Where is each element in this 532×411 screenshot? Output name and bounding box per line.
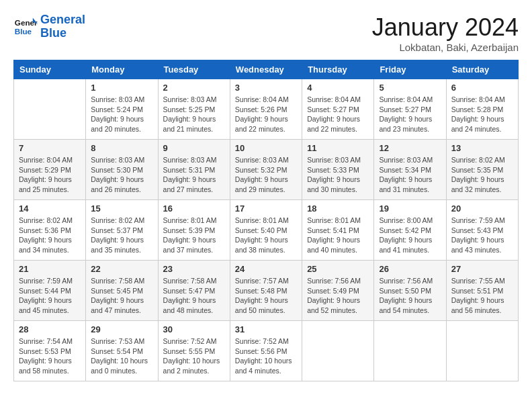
day-info: Sunrise: 8:03 AMSunset: 5:25 PMDaylight:… xyxy=(163,95,225,134)
day-info: Sunrise: 7:55 AMSunset: 5:51 PMDaylight:… xyxy=(451,276,513,316)
day-info: Sunrise: 8:03 AMSunset: 5:34 PMDaylight:… xyxy=(379,155,441,195)
calendar-cell: 24Sunrise: 7:57 AMSunset: 5:48 PMDayligh… xyxy=(230,261,302,321)
title-section: January 2024 Lokbatan, Baki, Azerbaijan xyxy=(372,13,519,53)
location: Lokbatan, Baki, Azerbaijan xyxy=(372,42,519,53)
page-header: General Blue GeneralBlue January 2024 Lo… xyxy=(13,13,519,53)
day-info: Sunrise: 8:02 AMSunset: 5:36 PMDaylight:… xyxy=(19,216,81,255)
calendar-cell: 1Sunrise: 8:03 AMSunset: 5:24 PMDaylight… xyxy=(86,79,158,140)
calendar-cell: 15Sunrise: 8:02 AMSunset: 5:37 PMDayligh… xyxy=(86,200,158,261)
calendar-cell: 6Sunrise: 8:04 AMSunset: 5:28 PMDaylight… xyxy=(446,79,518,140)
day-number: 8 xyxy=(91,143,152,153)
day-info: Sunrise: 7:58 AMSunset: 5:47 PMDaylight:… xyxy=(163,276,225,316)
calendar-cell: 27Sunrise: 7:55 AMSunset: 5:51 PMDayligh… xyxy=(446,261,518,321)
day-number: 3 xyxy=(235,83,297,93)
calendar-cell: 16Sunrise: 8:01 AMSunset: 5:39 PMDayligh… xyxy=(158,200,230,261)
calendar-cell: 5Sunrise: 8:04 AMSunset: 5:27 PMDaylight… xyxy=(374,79,446,140)
calendar-cell: 23Sunrise: 7:58 AMSunset: 5:47 PMDayligh… xyxy=(158,261,230,321)
day-number: 11 xyxy=(307,143,369,153)
calendar-cell: 28Sunrise: 7:54 AMSunset: 5:53 PMDayligh… xyxy=(14,321,86,381)
day-info: Sunrise: 7:54 AMSunset: 5:53 PMDaylight:… xyxy=(19,336,81,376)
calendar-cell: 9Sunrise: 8:03 AMSunset: 5:31 PMDaylight… xyxy=(158,140,230,200)
day-info: Sunrise: 7:58 AMSunset: 5:45 PMDaylight:… xyxy=(91,276,152,316)
day-info: Sunrise: 8:03 AMSunset: 5:24 PMDaylight:… xyxy=(91,95,152,134)
day-info: Sunrise: 8:01 AMSunset: 5:40 PMDaylight:… xyxy=(235,216,297,255)
weekday-header-wednesday: Wednesday xyxy=(230,60,302,79)
weekday-header-row: SundayMondayTuesdayWednesdayThursdayFrid… xyxy=(14,60,519,79)
day-number: 7 xyxy=(19,143,81,153)
calendar-cell: 25Sunrise: 7:56 AMSunset: 5:49 PMDayligh… xyxy=(302,261,374,321)
logo-text: GeneralBlue xyxy=(40,13,85,40)
day-info: Sunrise: 8:00 AMSunset: 5:42 PMDaylight:… xyxy=(379,216,441,255)
day-number: 29 xyxy=(91,324,152,334)
month-title: January 2024 xyxy=(372,13,519,42)
day-number: 30 xyxy=(163,324,225,334)
calendar-cell: 30Sunrise: 7:52 AMSunset: 5:55 PMDayligh… xyxy=(158,321,230,381)
calendar-cell: 26Sunrise: 7:56 AMSunset: 5:50 PMDayligh… xyxy=(374,261,446,321)
day-number: 17 xyxy=(235,203,297,214)
week-row-4: 21Sunrise: 7:59 AMSunset: 5:44 PMDayligh… xyxy=(14,261,519,321)
day-number: 21 xyxy=(19,264,81,274)
day-number: 4 xyxy=(307,83,369,93)
svg-text:Blue: Blue xyxy=(15,27,32,36)
day-info: Sunrise: 7:59 AMSunset: 5:44 PMDaylight:… xyxy=(19,276,81,316)
day-number: 6 xyxy=(451,83,513,93)
day-number: 10 xyxy=(235,143,297,153)
calendar-cell: 14Sunrise: 8:02 AMSunset: 5:36 PMDayligh… xyxy=(14,200,86,261)
weekday-header-tuesday: Tuesday xyxy=(158,60,230,79)
day-info: Sunrise: 7:52 AMSunset: 5:55 PMDaylight:… xyxy=(163,336,225,376)
weekday-header-thursday: Thursday xyxy=(302,60,374,79)
calendar-cell: 21Sunrise: 7:59 AMSunset: 5:44 PMDayligh… xyxy=(14,261,86,321)
day-number: 9 xyxy=(163,143,225,153)
weekday-header-monday: Monday xyxy=(86,60,158,79)
weekday-header-saturday: Saturday xyxy=(446,60,518,79)
calendar-cell: 11Sunrise: 8:03 AMSunset: 5:33 PMDayligh… xyxy=(302,140,374,200)
day-number: 22 xyxy=(91,264,152,274)
day-info: Sunrise: 8:04 AMSunset: 5:28 PMDaylight:… xyxy=(451,95,513,134)
day-number: 19 xyxy=(379,203,441,214)
day-info: Sunrise: 7:59 AMSunset: 5:43 PMDaylight:… xyxy=(451,216,513,255)
day-number: 18 xyxy=(307,203,369,214)
week-row-5: 28Sunrise: 7:54 AMSunset: 5:53 PMDayligh… xyxy=(14,321,519,381)
calendar-cell: 19Sunrise: 8:00 AMSunset: 5:42 PMDayligh… xyxy=(374,200,446,261)
calendar-cell: 4Sunrise: 8:04 AMSunset: 5:27 PMDaylight… xyxy=(302,79,374,140)
calendar-cell: 20Sunrise: 7:59 AMSunset: 5:43 PMDayligh… xyxy=(446,200,518,261)
calendar-cell: 7Sunrise: 8:04 AMSunset: 5:29 PMDaylight… xyxy=(14,140,86,200)
day-info: Sunrise: 7:57 AMSunset: 5:48 PMDaylight:… xyxy=(235,276,297,316)
calendar-cell: 12Sunrise: 8:03 AMSunset: 5:34 PMDayligh… xyxy=(374,140,446,200)
day-number: 26 xyxy=(379,264,441,274)
day-number: 28 xyxy=(19,324,81,334)
calendar-cell xyxy=(302,321,374,381)
calendar-cell xyxy=(446,321,518,381)
day-info: Sunrise: 8:04 AMSunset: 5:27 PMDaylight:… xyxy=(379,95,441,134)
calendar-cell: 31Sunrise: 7:52 AMSunset: 5:56 PMDayligh… xyxy=(230,321,302,381)
day-info: Sunrise: 8:02 AMSunset: 5:35 PMDaylight:… xyxy=(451,155,513,195)
day-info: Sunrise: 8:03 AMSunset: 5:32 PMDaylight:… xyxy=(235,155,297,195)
calendar-cell xyxy=(374,321,446,381)
calendar-cell: 13Sunrise: 8:02 AMSunset: 5:35 PMDayligh… xyxy=(446,140,518,200)
day-info: Sunrise: 8:03 AMSunset: 5:31 PMDaylight:… xyxy=(163,155,225,195)
weekday-header-sunday: Sunday xyxy=(14,60,86,79)
week-row-1: 1Sunrise: 8:03 AMSunset: 5:24 PMDaylight… xyxy=(14,79,519,140)
calendar-cell: 3Sunrise: 8:04 AMSunset: 5:26 PMDaylight… xyxy=(230,79,302,140)
day-number: 24 xyxy=(235,264,297,274)
day-number: 27 xyxy=(451,264,513,274)
day-info: Sunrise: 7:53 AMSunset: 5:54 PMDaylight:… xyxy=(91,336,152,376)
day-number: 14 xyxy=(19,203,81,214)
day-number: 1 xyxy=(91,83,152,93)
day-info: Sunrise: 8:04 AMSunset: 5:29 PMDaylight:… xyxy=(19,155,81,195)
day-info: Sunrise: 8:04 AMSunset: 5:27 PMDaylight:… xyxy=(307,95,369,134)
day-number: 20 xyxy=(451,203,513,214)
calendar-cell: 17Sunrise: 8:01 AMSunset: 5:40 PMDayligh… xyxy=(230,200,302,261)
day-number: 15 xyxy=(91,203,152,214)
day-info: Sunrise: 8:03 AMSunset: 5:30 PMDaylight:… xyxy=(91,155,152,195)
week-row-2: 7Sunrise: 8:04 AMSunset: 5:29 PMDaylight… xyxy=(14,140,519,200)
weekday-header-friday: Friday xyxy=(374,60,446,79)
calendar-cell: 8Sunrise: 8:03 AMSunset: 5:30 PMDaylight… xyxy=(86,140,158,200)
calendar-cell xyxy=(14,79,86,140)
day-number: 12 xyxy=(379,143,441,153)
week-row-3: 14Sunrise: 8:02 AMSunset: 5:36 PMDayligh… xyxy=(14,200,519,261)
day-number: 25 xyxy=(307,264,369,274)
day-number: 13 xyxy=(451,143,513,153)
logo: General Blue GeneralBlue xyxy=(13,13,85,40)
day-info: Sunrise: 8:04 AMSunset: 5:26 PMDaylight:… xyxy=(235,95,297,134)
